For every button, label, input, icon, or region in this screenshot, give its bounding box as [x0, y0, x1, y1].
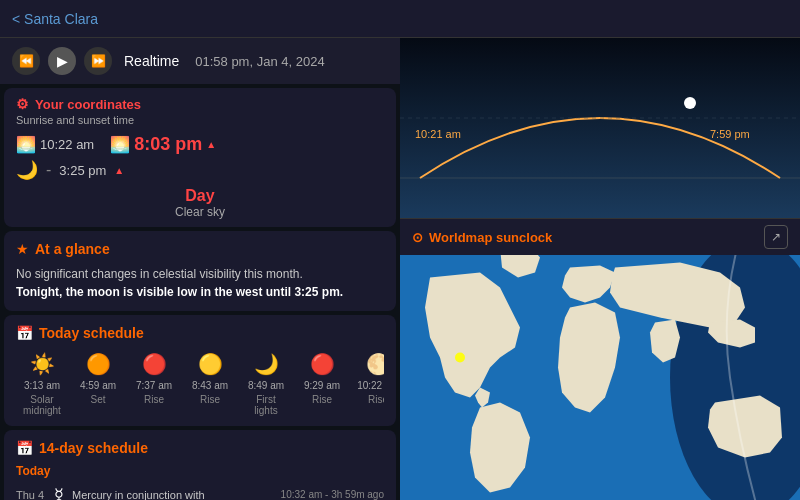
moon-dash: -	[46, 161, 51, 179]
sun-arc-svg: 10:21 am 7:59 pm	[400, 38, 800, 218]
14day-schedule-section: 📅 14-day schedule Today Thu 4 ☿ Mercury …	[4, 430, 396, 500]
coordinates-subtitle: Sunrise and sunset time	[16, 114, 384, 126]
worldmap-target-icon: ⊙	[412, 230, 423, 245]
schedule-item-time: 7:37 am	[136, 380, 172, 391]
controls-bar: ⏪ ▶ ⏩ Realtime 01:58 pm, Jan 4, 2024	[0, 38, 400, 84]
schedule-item-icon: 🟡	[198, 351, 223, 377]
worldmap-container	[400, 255, 800, 500]
schedule-title-row: 📅 Today schedule	[16, 325, 384, 341]
schedule-item: 🟡8:43 amRise	[184, 351, 236, 416]
play-button[interactable]: ▶	[48, 47, 76, 75]
schedule-items-row: ☀️3:13 amSolar midnight🟠4:59 amSet🔴7:37 …	[16, 351, 384, 416]
left-panel: ⏪ ▶ ⏩ Realtime 01:58 pm, Jan 4, 2024 ⚙ Y…	[0, 38, 400, 500]
at-a-glance-section: ★ At a glance No significant changes in …	[4, 231, 396, 311]
schedule-item: ☀️3:13 amSolar midnight	[16, 351, 68, 416]
schedule-item-icon: 🌙	[254, 351, 279, 377]
sun-times-row: 🌅 10:22 am 🌅 8:03 pm ▲	[16, 134, 384, 155]
glance-line2: Tonight, the moon is visible low in the …	[16, 285, 343, 299]
schedule-item-time: 10:22 am	[357, 380, 384, 391]
sunset-item: 🌅 8:03 pm ▲	[110, 134, 216, 155]
14day-time: 10:32 am - 3h 59m ago	[281, 489, 384, 500]
rewind-button[interactable]: ⏪	[12, 47, 40, 75]
schedule-item-time: 9:29 am	[304, 380, 340, 391]
worldmap-svg	[400, 255, 800, 500]
expand-button[interactable]: ↗	[764, 225, 788, 249]
glance-title: At a glance	[35, 241, 110, 257]
schedule-item: 🔴7:37 amRise	[128, 351, 180, 416]
worldmap-title-row: ⊙ Worldmap sunclock	[412, 230, 552, 245]
sunset-time: 8:03 pm	[134, 134, 202, 155]
sunrise-time: 10:22 am	[40, 137, 94, 152]
datetime-label: 01:58 pm, Jan 4, 2024	[195, 54, 324, 69]
calendar-14day-icon: 📅	[16, 440, 33, 456]
14day-today-label: Today	[16, 464, 384, 478]
moon-set-time: 3:25 pm	[59, 163, 106, 178]
calendar-icon: 📅	[16, 325, 33, 341]
14day-planet-icon: ☿	[54, 485, 64, 500]
sunrise-icon: 🌅	[16, 135, 36, 154]
14day-event: Mercury in conjunction with	[72, 489, 273, 501]
schedule-item-label: Rise	[312, 394, 332, 405]
svg-text:10:21 am: 10:21 am	[415, 128, 461, 140]
schedule-item-time: 8:43 am	[192, 380, 228, 391]
schedule-item-label: Rise	[144, 394, 164, 405]
svg-point-2	[684, 97, 696, 109]
star-icon: ★	[16, 241, 29, 257]
sunrise-item: 🌅 10:22 am	[16, 135, 94, 154]
expand-icon: ↗	[771, 230, 781, 244]
schedule-item-icon: 🌕	[366, 351, 385, 377]
mode-label: Realtime	[124, 53, 179, 69]
schedule-item-label: Set	[90, 394, 105, 405]
gear-icon: ⚙	[16, 96, 29, 112]
14day-day: Thu 4	[16, 489, 46, 501]
schedule-item-icon: 🔴	[310, 351, 335, 377]
schedule-item-icon: 🟠	[86, 351, 111, 377]
schedule-item: 🟠4:59 amSet	[72, 351, 124, 416]
schedule-item-icon: ☀️	[30, 351, 55, 377]
worldmap-header: ⊙ Worldmap sunclock ↗	[400, 218, 800, 255]
14day-title-row: 📅 14-day schedule	[16, 440, 384, 456]
schedule-item-time: 8:49 am	[248, 380, 284, 391]
svg-point-8	[455, 353, 465, 363]
schedule-item-label: Rise	[200, 394, 220, 405]
glance-line1: No significant changes in celestial visi…	[16, 267, 303, 281]
schedule-item-label: First lights	[254, 394, 277, 416]
coordinates-title-row: ⚙ Your coordinates	[16, 96, 384, 112]
sunset-icon: 🌅	[110, 135, 130, 154]
worldmap-title-text: Worldmap sunclock	[429, 230, 552, 245]
day-text: Day	[16, 187, 384, 205]
schedule-title: Today schedule	[39, 325, 144, 341]
weather-text: Clear sky	[16, 205, 384, 219]
14day-title: 14-day schedule	[39, 440, 148, 456]
moon-arrow: ▲	[114, 165, 124, 176]
coordinates-section: ⚙ Your coordinates Sunrise and sunset ti…	[4, 88, 396, 227]
schedule-item-label: Rise	[368, 394, 384, 405]
14day-row: Thu 4 ☿ Mercury in conjunction with 10:3…	[16, 482, 384, 500]
app-header: < Santa Clara	[0, 0, 800, 38]
forward-button[interactable]: ⏩	[84, 47, 112, 75]
schedule-item-time: 4:59 am	[80, 380, 116, 391]
schedule-item-icon: 🔴	[142, 351, 167, 377]
main-content: ⏪ ▶ ⏩ Realtime 01:58 pm, Jan 4, 2024 ⚙ Y…	[0, 38, 800, 500]
right-panel: 10:21 am 7:59 pm ⊙ Worldmap sunclock ↗	[400, 38, 800, 500]
coordinates-title: Your coordinates	[35, 97, 141, 112]
glance-body: No significant changes in celestial visi…	[16, 265, 384, 301]
schedule-item: 🌙8:49 amFirst lights	[240, 351, 292, 416]
schedule-item-label: Solar midnight	[23, 394, 61, 416]
worldmap-background	[400, 255, 800, 500]
today-schedule-section: 📅 Today schedule ☀️3:13 amSolar midnight…	[4, 315, 396, 426]
svg-text:7:59 pm: 7:59 pm	[710, 128, 750, 140]
glance-title-row: ★ At a glance	[16, 241, 384, 257]
schedule-item-time: 3:13 am	[24, 380, 60, 391]
moon-row: 🌙 - 3:25 pm ▲	[16, 159, 384, 181]
moon-icon: 🌙	[16, 159, 38, 181]
sun-arc-chart: 10:21 am 7:59 pm	[400, 38, 800, 218]
schedule-item: 🔴9:29 amRise	[296, 351, 348, 416]
sunset-arrow: ▲	[206, 139, 216, 150]
day-label: Day Clear sky	[16, 187, 384, 219]
back-button[interactable]: < Santa Clara	[12, 11, 98, 27]
schedule-item: 🌕10:22 amRise	[352, 351, 384, 416]
